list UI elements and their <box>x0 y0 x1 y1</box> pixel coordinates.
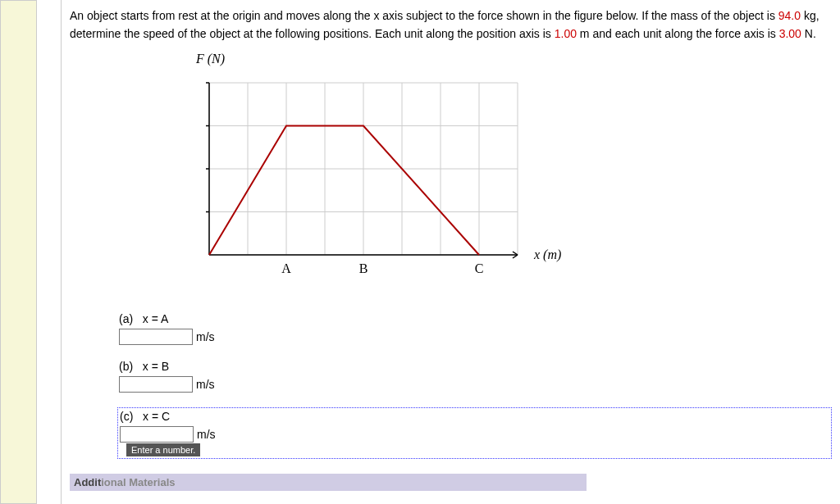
part-c-input[interactable] <box>120 426 194 443</box>
x-tick-B: B <box>359 261 368 275</box>
x-tick-A: A <box>281 261 291 275</box>
part-c: (c) x = C m/s Enter a number. <box>117 407 832 459</box>
x-axis-label: x (m) <box>533 247 561 262</box>
part-a-label: (a) x = A <box>119 312 832 325</box>
part-b-unit: m/s <box>196 378 215 391</box>
y-axis-label: F (N) <box>196 52 832 66</box>
part-a-unit: m/s <box>196 330 215 343</box>
q-text-1: An object starts from rest at the origin… <box>70 9 778 22</box>
main-content: An object starts from rest at the origin… <box>62 0 840 504</box>
part-c-label: (c) x = C <box>120 410 829 423</box>
x-tick-C: C <box>475 261 484 275</box>
input-tooltip: Enter a number. <box>126 443 200 456</box>
q-text-4: N. <box>801 27 816 40</box>
figure-area: F (N) <box>185 52 832 296</box>
part-a-input[interactable] <box>119 329 193 345</box>
force-unit-value: 3.00 <box>779 27 801 40</box>
part-b: (b) x = B m/s <box>119 360 832 393</box>
q-text-3: m and each unit along the force axis is <box>577 27 779 40</box>
sidebar-highlight <box>0 0 37 504</box>
gutter <box>37 0 62 504</box>
force-position-chart: A B C x (m) <box>185 66 562 296</box>
mass-value: 94.0 <box>778 9 801 22</box>
part-b-input[interactable] <box>119 376 193 393</box>
question-text: An object starts from rest at the origin… <box>70 7 832 43</box>
additional-materials[interactable]: Additional Materials <box>70 474 587 491</box>
part-c-unit: m/s <box>197 428 216 441</box>
part-a: (a) x = A m/s <box>119 312 832 345</box>
part-b-label: (b) x = B <box>119 360 832 373</box>
position-unit-value: 1.00 <box>555 27 577 40</box>
